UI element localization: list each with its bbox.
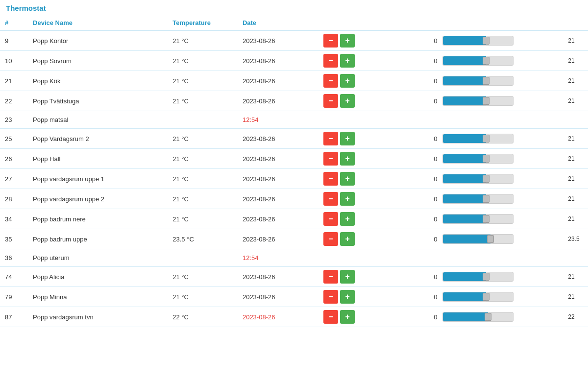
row-slider[interactable] [441,129,566,149]
row-id: 34 [0,209,28,229]
thermostat-table: # Device Name Temperature Date 9Popp Kon… [0,15,588,327]
row-id: 27 [0,169,28,189]
row-temperature: 21 °C [168,209,238,229]
slider-track[interactable] [442,56,514,66]
row-slider[interactable] [441,249,566,267]
row-date: 12:54 [238,249,321,267]
row-device-name: Popp Hall [28,149,168,169]
minus-button[interactable]: − [323,290,338,304]
row-slider[interactable] [441,267,566,287]
table-row: 25Popp Vardagsrum 221 °C2023-08-26 − + 0… [0,129,588,149]
slider-track[interactable] [442,134,514,143]
row-value: 0 [419,71,441,91]
row-id: 26 [0,149,28,169]
plus-button[interactable]: + [340,132,355,145]
minus-button[interactable]: − [323,232,338,246]
minus-button[interactable]: − [323,54,338,68]
row-temperature: 23.5 °C [168,229,238,249]
row-controls: − + [321,209,419,229]
slider-track[interactable] [442,214,514,224]
slider-track[interactable] [442,194,514,204]
minus-button[interactable]: − [323,212,338,226]
plus-button[interactable]: + [340,290,355,304]
row-slider[interactable] [441,71,566,91]
row-slider[interactable] [441,111,566,129]
row-device-name: Popp matsal [28,111,168,129]
minus-button[interactable]: − [323,94,338,108]
row-temperature: 21 °C [168,31,238,51]
minus-button[interactable]: − [323,310,338,324]
minus-button[interactable]: − [323,74,338,88]
plus-button[interactable]: + [340,152,355,166]
col-header-name: Device Name [28,15,168,31]
slider-track[interactable] [442,96,514,106]
table-row: 74Popp Alicia21 °C2023-08-26 − + 0 21 [0,267,588,287]
plus-button[interactable]: + [340,34,355,48]
slider-track[interactable] [442,292,514,302]
plus-button[interactable]: + [340,54,355,68]
slider-track[interactable] [442,154,514,164]
row-device-name: Popp vardagsrum uppe 1 [28,169,168,189]
plus-button[interactable]: + [340,310,355,324]
plus-button[interactable]: + [340,94,355,108]
row-date: 2023-08-26 [238,149,321,169]
row-temperature: 21 °C [168,169,238,189]
row-slider[interactable] [441,31,566,51]
plus-button[interactable]: + [340,172,355,186]
row-slider[interactable] [441,169,566,189]
row-controls: − + [321,149,419,169]
row-value: 0 [419,229,441,249]
row-max: 21 [566,71,588,91]
plus-button[interactable]: + [340,270,355,284]
slider-track[interactable] [442,174,514,184]
row-slider[interactable] [441,51,566,71]
row-value: 0 [419,267,441,287]
table-row: 9Popp Kontor21 °C2023-08-26 − + 0 21 [0,31,588,51]
plus-button[interactable]: + [340,212,355,226]
row-slider[interactable] [441,91,566,111]
row-date: 2023-08-26 [238,307,321,327]
row-max: 21 [566,91,588,111]
row-controls: − + [321,267,419,287]
slider-track[interactable] [442,36,514,46]
minus-button[interactable]: − [323,172,338,186]
row-date: 12:54 [238,111,321,129]
row-slider[interactable] [441,209,566,229]
row-temperature: 21 °C [168,51,238,71]
minus-button[interactable]: − [323,132,338,145]
row-value: 0 [419,287,441,307]
row-date: 2023-08-26 [238,169,321,189]
plus-button[interactable]: + [340,74,355,88]
slider-track[interactable] [442,312,514,322]
row-controls [321,111,419,129]
table-row: 35Popp badrum uppe23.5 °C2023-08-26 − + … [0,229,588,249]
minus-button[interactable]: − [323,34,338,48]
minus-button[interactable]: − [323,152,338,166]
row-slider[interactable] [441,149,566,169]
row-slider[interactable] [441,307,566,327]
row-controls: − + [321,229,419,249]
row-max: 21 [566,129,588,149]
row-temperature: 21 °C [168,149,238,169]
row-value: 0 [419,189,441,209]
minus-button[interactable]: − [323,192,338,206]
row-id: 79 [0,287,28,307]
slider-track[interactable] [442,234,514,244]
row-slider[interactable] [441,189,566,209]
minus-button[interactable]: − [323,270,338,284]
row-id: 21 [0,71,28,91]
row-value: 0 [419,307,441,327]
page-title: Thermostat [0,0,588,15]
row-controls: − + [321,129,419,149]
row-slider[interactable] [441,229,566,249]
table-row: 34Popp badrum nere21 °C2023-08-26 − + 0 … [0,209,588,229]
row-id: 28 [0,189,28,209]
slider-track[interactable] [442,76,514,86]
slider-track[interactable] [442,272,514,282]
row-slider[interactable] [441,287,566,307]
row-controls: − + [321,51,419,71]
plus-button[interactable]: + [340,192,355,206]
plus-button[interactable]: + [340,232,355,246]
row-device-name: Popp Sovrum [28,51,168,71]
row-temperature: 21 °C [168,267,238,287]
